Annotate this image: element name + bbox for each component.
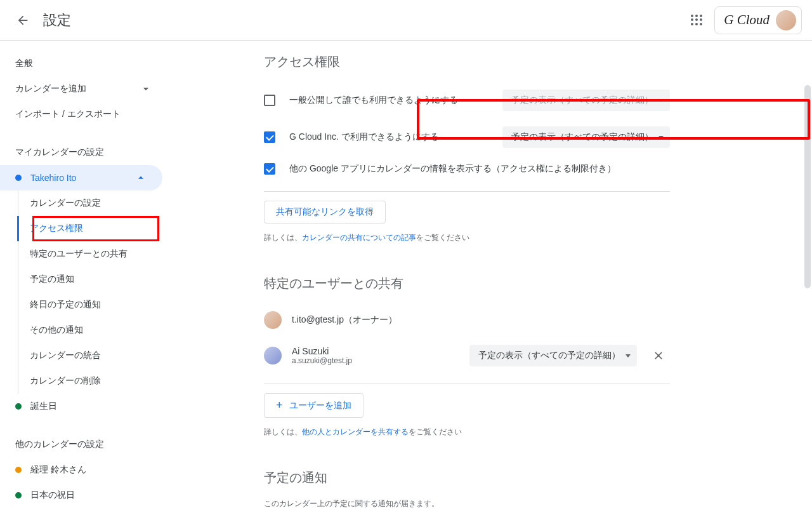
button-label: ユーザーを追加 — [289, 400, 351, 411]
checkbox-org[interactable] — [264, 131, 275, 143]
label-other-apps: 他の Google アプリにカレンダーの情報を表示する（アクセス権による制限付き… — [289, 163, 670, 175]
notif-desc-1: このカレンダー上の予定に関する通知が届きます。 — [264, 498, 670, 508]
apps-grid-icon — [691, 15, 702, 26]
settings-sidebar: 全般 カレンダーを追加 インポート / エクスポート マイカレンダーの設定 Ta… — [0, 41, 162, 508]
sidebar-item-general[interactable]: 全般 — [0, 51, 162, 76]
arrow-left-icon — [16, 13, 30, 27]
sidebar-item-add-calendar[interactable]: カレンダーを追加 — [0, 76, 162, 102]
avatar — [776, 10, 796, 30]
sidebar-calendar-other2[interactable]: 日本の祝日 — [0, 483, 162, 508]
calendar-sub-list: カレンダーの設定 アクセス権限 特定のユーザーとの共有 予定の通知 終日の予定の… — [18, 190, 162, 394]
back-button[interactable] — [10, 8, 36, 33]
sidebar-section-my-calendars: マイカレンダーの設定 — [0, 140, 162, 165]
apps-launcher-button[interactable] — [684, 8, 709, 33]
section-title-access: アクセス権限 — [264, 53, 670, 70]
remove-user-button[interactable] — [647, 344, 670, 367]
section-title-share: 特定のユーザーとの共有 — [264, 275, 670, 292]
calendar-color-dot — [15, 492, 22, 498]
select-org-visibility[interactable]: 予定の表示（すべての予定の詳細） — [502, 126, 670, 148]
calendar-name: 経理 鈴木さん — [30, 464, 86, 476]
content-scroll-area[interactable]: アクセス権限 一般公開して誰でも利用できるようにする 予定の表示（すべての予定の… — [162, 41, 812, 508]
sidebar-calendar-takehiro[interactable]: Takehiro Ito — [0, 165, 162, 190]
sub-item-specific-share[interactable]: 特定のユーザーとの共有 — [18, 241, 162, 267]
row-org-access: G Cloud Inc. で利用できるようにする 予定の表示（すべての予定の詳細… — [264, 119, 670, 156]
help-text-access: 詳しくは、カレンダーの共有についての記事をご覧ください — [264, 232, 670, 243]
select-user-permission[interactable]: 予定の表示（すべての予定の詳細） — [469, 345, 637, 366]
dropdown-icon — [625, 354, 631, 358]
select-public-visibility[interactable]: 予定の表示（すべての予定の詳細） — [502, 90, 670, 111]
dropdown-icon — [658, 99, 664, 102]
checkbox-public[interactable] — [264, 95, 275, 106]
select-value: 予定の表示（すべての予定の詳細） — [478, 350, 620, 361]
user-email: a.suzuki@gtest.jp — [292, 356, 459, 365]
user-row-owner: t.ito@gtest.jp（オーナー） — [264, 304, 670, 337]
help-link-sharing[interactable]: カレンダーの共有についての記事 — [302, 233, 416, 242]
user-row-shared: Ai Suzuki a.suzuki@gtest.jp 予定の表示（すべての予定… — [264, 337, 670, 375]
chevron-down-icon — [140, 83, 152, 95]
page-title: 設定 — [43, 11, 71, 30]
sub-item-calendar-settings[interactable]: カレンダーの設定 — [18, 190, 162, 216]
label-public: 一般公開して誰でも利用できるようにする — [289, 95, 502, 106]
user-name: Ai Suzuki — [292, 346, 459, 356]
sub-item-allday-notif[interactable]: 終日の予定の通知 — [18, 292, 162, 318]
plus-icon: + — [276, 399, 283, 412]
sub-item-delete[interactable]: カレンダーの削除 — [18, 368, 162, 394]
calendar-name: 日本の祝日 — [30, 490, 75, 501]
calendar-name: Takehiro Ito — [30, 173, 76, 183]
row-other-apps: 他の Google アプリにカレンダーの情報を表示する（アクセス権による制限付き… — [264, 156, 670, 182]
sidebar-calendar-other1[interactable]: 経理 鈴木さん — [0, 457, 162, 483]
user-email-owner: t.ito@gtest.jp（オーナー） — [292, 314, 670, 326]
user-avatar — [264, 347, 282, 364]
sidebar-item-import-export[interactable]: インポート / エクスポート — [0, 102, 162, 127]
section-title-notif: 予定の通知 — [264, 469, 670, 486]
label-org: G Cloud Inc. で利用できるようにする — [289, 131, 502, 143]
calendar-color-dot — [15, 403, 22, 410]
button-label: 共有可能なリンクを取得 — [276, 206, 374, 218]
scrollbar-thumb[interactable] — [804, 85, 811, 288]
sidebar-calendar-birthday[interactable]: 誕生日 — [0, 394, 162, 419]
add-user-button[interactable]: + ユーザーを追加 — [264, 393, 363, 418]
help-text-share: 詳しくは、他の人とカレンダーを共有するをご覧ください — [264, 427, 670, 438]
close-icon — [652, 349, 665, 362]
sub-item-integration[interactable]: カレンダーの統合 — [18, 343, 162, 368]
checkbox-other-apps[interactable] — [264, 163, 275, 175]
chevron-up-icon — [134, 171, 147, 184]
sidebar-section-other-calendars: 他のカレンダーの設定 — [0, 432, 162, 457]
calendar-color-dot — [15, 175, 22, 181]
scrollbar-track — [804, 85, 811, 508]
help-link-share-others[interactable]: 他の人とカレンダーを共有する — [302, 427, 409, 436]
divider — [264, 384, 670, 384]
divider — [264, 191, 670, 192]
account-badge[interactable]: G Cloud — [714, 6, 802, 34]
sub-item-event-notif[interactable]: 予定の通知 — [18, 267, 162, 292]
select-value: 予定の表示（すべての予定の詳細） — [511, 131, 653, 143]
sub-item-other-notif[interactable]: その他の通知 — [18, 318, 162, 343]
user-avatar — [264, 311, 282, 329]
row-public-access: 一般公開して誰でも利用できるようにする 予定の表示（すべての予定の詳細） — [264, 82, 670, 119]
get-shareable-link-button[interactable]: 共有可能なリンクを取得 — [264, 201, 386, 224]
select-value: 予定の表示（すべての予定の詳細） — [511, 95, 653, 106]
sidebar-item-label: カレンダーを追加 — [15, 83, 86, 95]
dropdown-icon — [658, 136, 664, 139]
brand-name: G Cloud — [724, 12, 769, 28]
sub-item-access[interactable]: アクセス権限 — [17, 216, 162, 241]
settings-header: 設定 G Cloud — [0, 0, 812, 41]
calendar-color-dot — [15, 467, 22, 473]
calendar-name: 誕生日 — [30, 401, 57, 412]
